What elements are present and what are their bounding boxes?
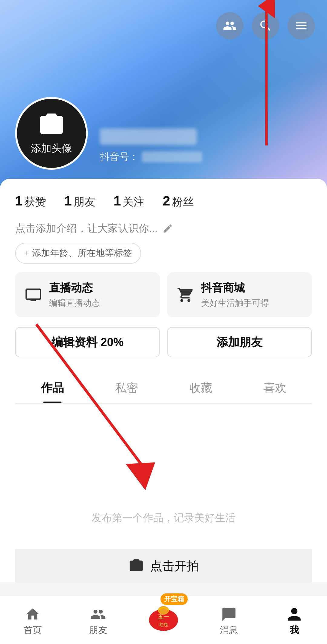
bio-placeholder: 点击添加介绍，让大家认识你... [15,222,157,235]
svg-text:五一: 五一 [158,614,169,620]
nav-friends[interactable]: 朋友 [65,603,131,636]
stat-following-number: 1 [114,193,121,209]
bio-text[interactable]: 点击添加介绍，让大家认识你... [15,222,312,235]
message-icon [221,606,237,622]
shop-subtitle: 美好生活触手可得 [201,297,269,309]
nav-friends-label: 朋友 [89,624,107,636]
lucky-bag-badge: 开宝箱 [160,593,188,605]
menu-icon [294,19,308,33]
nav-messages-label: 消息 [220,624,238,636]
edit-profile-button[interactable]: 编辑资料 20% [15,327,160,357]
stat-followers[interactable]: 2 粉丝 [163,193,193,209]
shoot-button[interactable]: 点击开拍 [15,549,312,582]
arrow-annotation-up [254,0,279,153]
live-status-subtitle: 编辑直播动态 [49,297,100,309]
cart-icon [177,286,194,303]
live-status-text: 直播动态 编辑直播动态 [49,281,100,309]
lucky-bag[interactable]: 开宝箱 五一 红包 [145,596,182,632]
stat-followers-number: 2 [163,193,170,209]
nav-center[interactable]: 开宝箱 五一 红包 [131,608,196,632]
bio-area: 点击添加介绍，让大家认识你... + 添加年龄、所在地等标签 [15,222,312,264]
tab-liked[interactable]: 喜欢 [238,372,312,403]
stat-friends[interactable]: 1 朋友 [64,193,95,209]
douyin-id-label: 抖音号： [100,150,139,164]
svg-text:红包: 红包 [159,622,168,627]
tab-private[interactable]: 私密 [89,372,164,403]
nav-home[interactable]: 首页 [0,603,65,636]
menu-button[interactable] [288,12,315,39]
friends-button[interactable] [216,12,243,39]
avatar-label: 添加头像 [31,142,72,155]
stat-following-label: 关注 [123,195,144,209]
action-row: 编辑资料 20% 添加朋友 [15,327,312,357]
nav-messages[interactable]: 消息 [196,603,262,636]
nav-me-label: 我 [290,624,299,636]
stat-friends-label: 朋友 [74,195,95,209]
username-area: 抖音号： [100,128,202,170]
avatar-button[interactable]: 添加头像 [15,97,88,170]
feature-row: 直播动态 编辑直播动态 抖音商城 美好生活触手可得 [15,272,312,317]
nav-friends-icon [90,606,106,622]
stat-likes-label: 获赞 [24,195,46,209]
edit-icon [162,223,173,234]
friends-icon [223,19,237,33]
main-card: 1 获赞 1 朋友 1 关注 2 粉丝 点击添加介绍，让大家认识你... + 添… [0,179,327,582]
bottom-nav: 首页 朋友 开宝箱 五一 红包 消息 [0,596,327,644]
live-status-title: 直播动态 [49,281,100,295]
tab-favorites[interactable]: 收藏 [164,372,238,403]
live-status-card[interactable]: 直播动态 编辑直播动态 [15,272,160,317]
stat-followers-label: 粉丝 [172,195,194,209]
stats-row: 1 获赞 1 朋友 1 关注 2 粉丝 [15,193,312,209]
camera-icon [38,111,65,138]
douyin-id-blurred [142,152,202,162]
nav-me[interactable]: 我 [262,603,327,636]
add-tag-label: + 添加年龄、所在地等标签 [24,247,132,259]
empty-text: 发布第一个作品，记录美好生活 [91,511,236,525]
profile-header: 添加头像 抖音号： [0,0,327,188]
home-icon [25,606,41,622]
tv-icon [25,286,42,303]
add-friend-button[interactable]: 添加朋友 [167,327,312,357]
shop-title: 抖音商城 [201,281,269,295]
tabs-row: 作品 私密 收藏 喜欢 [15,372,312,404]
username-blurred [100,128,197,145]
shop-card[interactable]: 抖音商城 美好生活触手可得 [167,272,312,317]
stat-friends-number: 1 [64,193,71,209]
shoot-label: 点击开拍 [150,558,199,574]
tab-works[interactable]: 作品 [15,372,89,403]
add-tag-button[interactable]: + 添加年龄、所在地等标签 [15,243,141,264]
avatar-area: 添加头像 抖音号： [15,97,202,170]
profile-icon [286,606,302,622]
nav-home-label: 首页 [24,624,42,636]
stat-likes-number: 1 [15,193,22,209]
douyin-id-row: 抖音号： [100,150,202,164]
stat-following[interactable]: 1 关注 [114,193,144,209]
camera-shoot-icon [128,558,144,574]
shop-text: 抖音商城 美好生活触手可得 [201,281,269,309]
stat-likes[interactable]: 1 获赞 [15,193,46,209]
content-area: 发布第一个作品，记录美好生活 [15,404,312,549]
